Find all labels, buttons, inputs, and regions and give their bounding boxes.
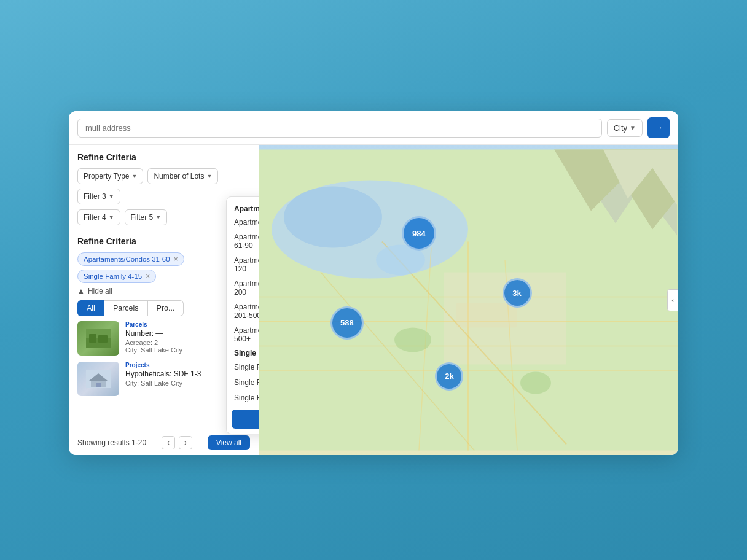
svg-point-25 bbox=[520, 372, 551, 394]
active-filter-condos[interactable]: Apartaments/Condos 31-60 × bbox=[77, 252, 184, 266]
next-page-button[interactable]: › bbox=[179, 436, 192, 449]
dropdown-section-apts: Apartments/Condos bbox=[227, 202, 259, 215]
dropdown-section-sf: Single Family bbox=[227, 346, 259, 359]
map-background: 984 3k 588 2k ‹ bbox=[259, 145, 678, 455]
map-area: 984 3k 588 2k ‹ bbox=[259, 145, 678, 455]
refine-title-2: Refine Criteria bbox=[77, 236, 250, 246]
map-cluster-588[interactable]: 588 bbox=[330, 306, 364, 340]
active-filters-row: Apartaments/Condos 31-60 × Single Family… bbox=[77, 252, 250, 283]
filter-property-type[interactable]: Property Type ▼ bbox=[77, 168, 143, 184]
remove-filter-condos-icon[interactable]: × bbox=[174, 255, 178, 263]
city-dropdown[interactable]: City ▼ bbox=[607, 119, 643, 137]
dropdown-item-apts-61-90[interactable]: Apartments/Condos 61-90 ✓ bbox=[227, 230, 259, 253]
dropdown-item-sf-4-15[interactable]: Single Family 4-15 ✓ bbox=[227, 359, 259, 375]
showing-text: Showing results 1-20 bbox=[77, 438, 146, 447]
top-bar: City ▼ → bbox=[69, 111, 678, 145]
filter-4[interactable]: Filter 4 ▼ bbox=[77, 209, 120, 225]
pagination: ‹ › bbox=[162, 436, 192, 449]
svg-rect-27 bbox=[456, 303, 517, 328]
apply-button[interactable]: Apply bbox=[232, 410, 259, 429]
active-filter-single-family[interactable]: Single Family 4-15 × bbox=[77, 270, 156, 283]
result-card-1[interactable]: Parcels Number: — Acreage: 2 City: Salt … bbox=[77, 321, 250, 356]
map-svg bbox=[259, 145, 678, 455]
map-collapse-button[interactable]: ‹ bbox=[667, 289, 678, 311]
tab-pro[interactable]: Pro... bbox=[148, 300, 184, 316]
filter-number-lots[interactable]: Number of Lots ▼ bbox=[147, 168, 218, 184]
filter-chevron-icon-3: ▼ bbox=[109, 193, 114, 200]
filter-row-2: Filter 4 ▼ Filter 5 ▼ bbox=[77, 209, 250, 225]
filter-chevron-icon-5: ▼ bbox=[155, 214, 161, 220]
remove-filter-family-icon[interactable]: × bbox=[146, 272, 150, 281]
map-cluster-984[interactable]: 984 bbox=[402, 216, 436, 251]
dropdown-item-apts-121-200[interactable]: Apartments/Condos 121-200 bbox=[227, 276, 259, 300]
dropdown-item-apts-2-30[interactable]: Apartments/Condos 2-30 bbox=[227, 215, 259, 230]
left-panel: Refine Criteria Property Type ▼ Number o… bbox=[69, 145, 259, 455]
collapse-arrow-icon: ‹ bbox=[671, 297, 674, 304]
prev-page-button[interactable]: ‹ bbox=[162, 436, 175, 449]
svg-rect-2 bbox=[89, 334, 96, 343]
svg-point-24 bbox=[394, 328, 431, 352]
refine-title-1: Refine Criteria bbox=[77, 152, 250, 162]
svg-point-10 bbox=[284, 187, 382, 248]
property-type-dropdown: Apartments/Condos Apartments/Condos 2-30… bbox=[226, 196, 259, 434]
address-input[interactable] bbox=[77, 119, 602, 138]
map-cluster-3k[interactable]: 3k bbox=[503, 278, 532, 308]
svg-rect-3 bbox=[98, 335, 108, 343]
content-area: Refine Criteria Property Type ▼ Number o… bbox=[69, 145, 678, 455]
tab-parcels[interactable]: Parcels bbox=[104, 300, 148, 316]
dropdown-item-apts-500plus[interactable]: Apartments/Condos 500+ bbox=[227, 323, 259, 346]
map-cluster-2k[interactable]: 2k bbox=[435, 362, 463, 391]
search-button[interactable]: → bbox=[647, 117, 670, 138]
filter-chevron-icon-2: ▼ bbox=[206, 173, 212, 179]
filter-row-1: Property Type ▼ Number of Lots ▼ Filter … bbox=[77, 168, 250, 204]
search-arrow-icon: → bbox=[654, 122, 663, 133]
dropdown-item-sf-10-35[interactable]: Single Family 10-35 bbox=[227, 375, 259, 390]
filter-5[interactable]: Filter 5 ▼ bbox=[125, 209, 168, 225]
result-card-2[interactable]: Projects Hypotheticals: SDF 1-3 City: Sa… bbox=[77, 362, 250, 396]
result-thumb-2 bbox=[77, 362, 119, 396]
filter-chevron-icon: ▼ bbox=[131, 173, 137, 179]
city-chevron-icon: ▼ bbox=[630, 125, 636, 131]
dropdown-item-sf-30-55[interactable]: Single Family 30-55 ✓ bbox=[227, 390, 259, 406]
dropdown-item-apts-201-500[interactable]: Apartments/Condos 201-500 ✓ bbox=[227, 300, 259, 323]
tab-all[interactable]: All bbox=[77, 300, 104, 316]
main-container: City ▼ → Refine Criteria Property Type ▼… bbox=[69, 111, 678, 455]
filter-chevron-icon-4: ▼ bbox=[109, 214, 114, 220]
view-all-button[interactable]: View all bbox=[208, 435, 250, 450]
filter-3[interactable]: Filter 3 ▼ bbox=[77, 189, 120, 204]
result-thumb-1 bbox=[77, 321, 119, 356]
svg-rect-7 bbox=[96, 383, 101, 387]
chevron-up-icon: ▲ bbox=[77, 287, 85, 295]
dropdown-item-apts-91-120[interactable]: Apartments/Condos 91-120 bbox=[227, 253, 259, 276]
